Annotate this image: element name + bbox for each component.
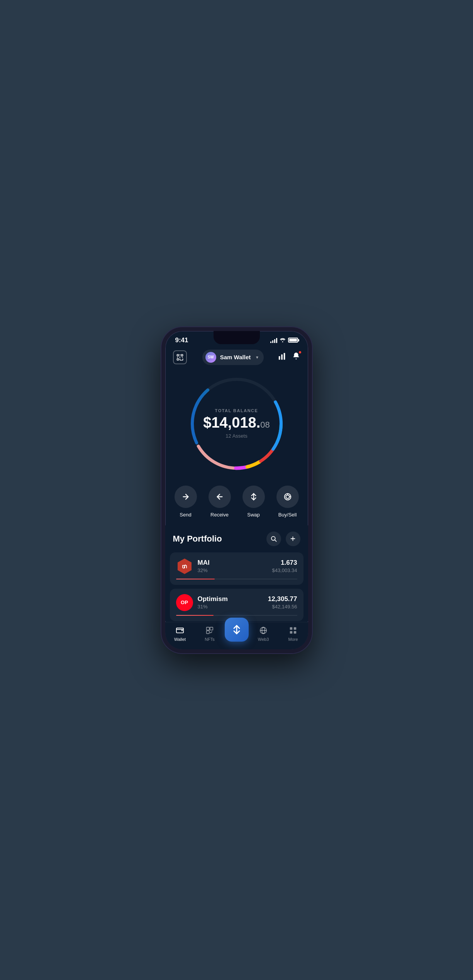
nav-item-wallet[interactable]: Wallet	[165, 625, 195, 642]
status-time: 9:41	[175, 336, 188, 344]
mai-progress-fill	[176, 579, 215, 579]
bell-icon	[292, 353, 300, 362]
op-token-amount: 12,305.77	[268, 595, 297, 603]
buysell-icon	[276, 486, 299, 508]
portfolio-add-button[interactable]	[286, 532, 300, 546]
receive-button[interactable]: Receive	[209, 486, 231, 518]
action-buttons: Send Receive	[165, 482, 308, 525]
chart-icon[interactable]	[278, 352, 287, 362]
op-token-usd: $42,149.56	[268, 604, 297, 610]
svg-point-27	[286, 495, 289, 498]
balance-assets: 12 Assets	[203, 433, 270, 439]
nav-item-nfts[interactable]: NFTs	[195, 625, 225, 642]
svg-rect-13	[281, 354, 283, 360]
op-token-percent: 31%	[198, 604, 228, 610]
bell-wrapper[interactable]	[292, 352, 300, 362]
svg-rect-12	[278, 356, 280, 360]
status-icons	[270, 337, 298, 343]
wallet-name: Sam Wallet	[220, 354, 251, 360]
portfolio-item-mai[interactable]: ₥ MAI 32% 1.673 $43,003.34	[170, 552, 303, 585]
receive-label: Receive	[210, 512, 229, 518]
notch	[214, 331, 260, 344]
balance-section: TOTAL BALANCE $14,018.08 12 Assets	[165, 370, 308, 482]
nav-center-button[interactable]	[225, 618, 249, 642]
web3-nav-icon	[258, 625, 268, 635]
nfts-nav-label: NFTs	[205, 637, 215, 642]
balance-cents: 08	[260, 420, 270, 430]
web3-nav-label: Web3	[258, 637, 269, 642]
bottom-nav: Wallet NFTs	[165, 622, 308, 649]
scan-icon[interactable]	[173, 350, 187, 364]
swap-label: Swap	[247, 512, 260, 518]
nav-item-more[interactable]: More	[278, 625, 308, 642]
wallet-nav-label: Wallet	[174, 637, 186, 642]
portfolio-header: My Portfolio	[165, 532, 308, 552]
chevron-down-icon: ▾	[256, 355, 258, 360]
svg-rect-39	[210, 627, 213, 630]
mai-token-icon: ₥	[176, 558, 193, 575]
portfolio-title: My Portfolio	[173, 534, 222, 544]
portfolio-actions	[266, 532, 300, 546]
portfolio-search-button[interactable]	[266, 532, 281, 546]
ring-container: TOTAL BALANCE $14,018.08 12 Assets	[186, 374, 287, 474]
op-progress-fill	[176, 615, 214, 616]
more-nav-icon	[288, 625, 298, 635]
phone-frame: 9:41	[161, 327, 312, 653]
svg-rect-46	[294, 627, 296, 629]
swap-button[interactable]: Swap	[242, 486, 265, 518]
balance-label: TOTAL BALANCE	[203, 408, 270, 413]
nfts-nav-icon	[205, 625, 215, 635]
portfolio-section: My Portfolio	[165, 525, 308, 621]
op-token-icon: OP	[176, 594, 193, 611]
mai-progress-bar	[176, 579, 297, 579]
signal-icon	[270, 338, 277, 343]
mai-token-usd: $43,003.34	[272, 567, 297, 573]
main-scroll[interactable]: TOTAL BALANCE $14,018.08 12 Assets Send	[165, 370, 308, 622]
portfolio-list: ₥ MAI 32% 1.673 $43,003.34	[165, 552, 308, 621]
header-left	[173, 350, 188, 364]
nav-item-web3[interactable]: Web3	[249, 625, 278, 642]
portfolio-item-op[interactable]: OP Optimism 31% 12,305.77 $42,149.56	[170, 589, 303, 621]
svg-rect-45	[290, 627, 292, 629]
mai-token-name: MAI	[198, 559, 210, 567]
balance-content: TOTAL BALANCE $14,018.08 12 Assets	[203, 408, 270, 439]
mai-token-amount: 1.673	[272, 559, 297, 567]
svg-rect-2	[177, 358, 178, 360]
svg-rect-0	[177, 354, 178, 356]
svg-rect-38	[207, 627, 209, 630]
buysell-label: Buy/Sell	[278, 512, 297, 518]
svg-rect-14	[283, 353, 285, 360]
mai-token-percent: 32%	[198, 567, 210, 573]
svg-text:₥: ₥	[182, 563, 187, 569]
op-progress-bar	[176, 615, 297, 616]
battery-icon	[288, 338, 298, 343]
wallet-nav-icon	[175, 625, 185, 635]
balance-whole: $14,018.	[203, 414, 260, 431]
header: SW Sam Wallet ▾	[165, 346, 308, 370]
svg-rect-1	[181, 354, 183, 356]
header-right	[278, 352, 300, 362]
svg-point-30	[271, 537, 275, 540]
op-token-name: Optimism	[198, 595, 228, 603]
more-nav-label: More	[288, 637, 298, 642]
svg-line-31	[275, 540, 276, 542]
svg-rect-47	[290, 631, 292, 633]
send-label: Send	[180, 512, 191, 518]
svg-rect-48	[294, 631, 296, 633]
send-icon	[175, 486, 197, 508]
notification-badge	[298, 350, 302, 354]
swap-icon	[242, 486, 265, 508]
send-button[interactable]: Send	[175, 486, 197, 518]
balance-amount: $14,018.08	[203, 415, 270, 430]
wallet-selector[interactable]: SW Sam Wallet ▾	[202, 350, 264, 365]
buysell-button[interactable]: Buy/Sell	[276, 486, 299, 518]
wifi-icon	[280, 337, 286, 343]
avatar: SW	[205, 352, 216, 363]
receive-icon	[209, 486, 231, 508]
svg-rect-40	[207, 630, 209, 633]
